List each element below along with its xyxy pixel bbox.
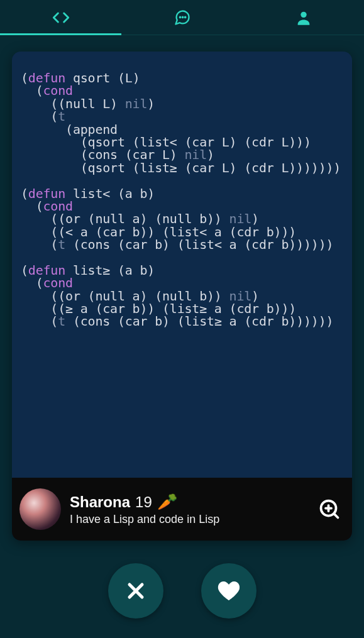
top-tabs <box>0 0 364 35</box>
profile-age: 19 <box>135 493 152 511</box>
like-button[interactable] <box>201 563 256 619</box>
profile-bio: I have a Lisp and code in Lisp <box>70 513 318 526</box>
svg-point-3 <box>301 11 306 17</box>
svg-line-5 <box>334 514 338 517</box>
expand-button[interactable] <box>318 498 341 520</box>
code-icon <box>52 9 70 26</box>
profile-card[interactable]: (defun qsort (L) (cond ((null L) nil) (t… <box>12 52 352 541</box>
tab-chat[interactable] <box>121 0 243 35</box>
avatar[interactable] <box>19 488 61 530</box>
tab-profile[interactable] <box>243 0 364 35</box>
close-icon <box>123 578 148 603</box>
profile-name: Sharona <box>70 493 130 511</box>
zoom-in-icon <box>318 498 341 520</box>
person-icon <box>295 9 312 26</box>
heart-icon <box>216 578 241 603</box>
reject-button[interactable] <box>108 563 163 619</box>
chat-icon <box>174 9 191 26</box>
tab-code[interactable] <box>0 0 121 35</box>
action-buttons <box>0 556 364 625</box>
code-block: (defun qsort (L) (cond ((null L) nil) (t… <box>12 52 352 337</box>
svg-point-0 <box>179 16 180 17</box>
svg-point-2 <box>184 16 185 17</box>
svg-point-1 <box>182 16 182 17</box>
profile-info-bar: Sharona 19 🥕 I have a Lisp and code in L… <box>12 478 352 541</box>
profile-text: Sharona 19 🥕 I have a Lisp and code in L… <box>70 492 318 526</box>
profile-emoji: 🥕 <box>157 492 177 512</box>
